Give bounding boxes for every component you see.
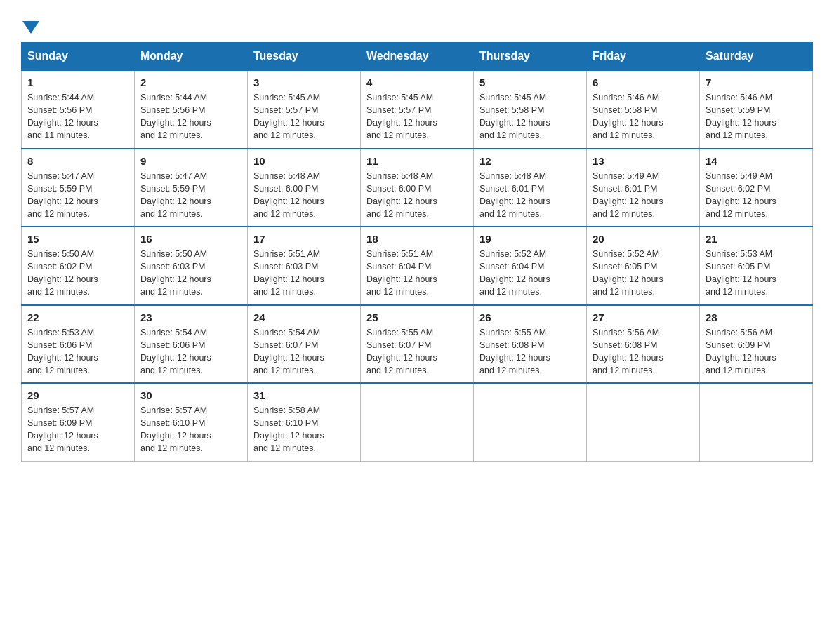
day-number: 25: [366, 311, 468, 323]
day-number: 20: [593, 233, 694, 245]
calendar-cell: 3Sunrise: 5:45 AMSunset: 5:57 PMDaylight…: [248, 70, 361, 149]
day-number: 15: [27, 233, 128, 245]
day-number: 14: [706, 155, 807, 167]
calendar-cell: 8Sunrise: 5:47 AMSunset: 5:59 PMDaylight…: [22, 149, 135, 227]
day-header-row: SundayMondayTuesdayWednesdayThursdayFrid…: [22, 43, 813, 71]
day-info: Sunrise: 5:48 AMSunset: 6:01 PMDaylight:…: [479, 170, 581, 221]
day-info: Sunrise: 5:58 AMSunset: 6:10 PMDaylight:…: [253, 404, 355, 455]
calendar-cell: [587, 383, 700, 461]
day-number: 3: [253, 76, 355, 88]
calendar-cell: [361, 383, 474, 461]
day-number: 30: [140, 389, 241, 401]
day-number: 28: [706, 311, 807, 323]
day-info: Sunrise: 5:56 AMSunset: 6:08 PMDaylight:…: [593, 326, 694, 377]
day-number: 21: [706, 233, 807, 245]
calendar-cell: 26Sunrise: 5:55 AMSunset: 6:08 PMDayligh…: [474, 305, 587, 384]
header-tuesday: Tuesday: [248, 43, 361, 71]
page-header: [21, 14, 813, 28]
day-number: 16: [140, 233, 241, 245]
calendar-cell: 24Sunrise: 5:54 AMSunset: 6:07 PMDayligh…: [248, 305, 361, 384]
calendar-cell: 20Sunrise: 5:52 AMSunset: 6:05 PMDayligh…: [587, 227, 700, 305]
day-info: Sunrise: 5:54 AMSunset: 6:06 PMDaylight:…: [140, 326, 241, 377]
day-number: 17: [253, 233, 355, 245]
header-sunday: Sunday: [22, 43, 135, 71]
day-number: 29: [27, 389, 128, 401]
calendar-cell: 6Sunrise: 5:46 AMSunset: 5:58 PMDaylight…: [587, 70, 700, 149]
header-monday: Monday: [135, 43, 248, 71]
calendar-cell: 30Sunrise: 5:57 AMSunset: 6:10 PMDayligh…: [135, 383, 248, 461]
day-number: 24: [253, 311, 355, 323]
day-info: Sunrise: 5:51 AMSunset: 6:04 PMDaylight:…: [366, 248, 468, 299]
logo-arrow-icon: [22, 21, 39, 34]
week-row-3: 15Sunrise: 5:50 AMSunset: 6:02 PMDayligh…: [22, 227, 813, 305]
day-number: 19: [479, 233, 581, 245]
day-number: 10: [253, 155, 355, 167]
day-info: Sunrise: 5:53 AMSunset: 6:06 PMDaylight:…: [27, 326, 128, 377]
week-row-4: 22Sunrise: 5:53 AMSunset: 6:06 PMDayligh…: [22, 305, 813, 384]
logo-general: [21, 21, 39, 31]
day-info: Sunrise: 5:51 AMSunset: 6:03 PMDaylight:…: [253, 248, 355, 299]
day-number: 12: [479, 155, 581, 167]
day-info: Sunrise: 5:53 AMSunset: 6:05 PMDaylight:…: [706, 248, 807, 299]
calendar-cell: 2Sunrise: 5:44 AMSunset: 5:56 PMDaylight…: [135, 70, 248, 149]
day-info: Sunrise: 5:49 AMSunset: 6:01 PMDaylight:…: [593, 170, 694, 221]
calendar-cell: 5Sunrise: 5:45 AMSunset: 5:58 PMDaylight…: [474, 70, 587, 149]
day-number: 6: [593, 76, 694, 88]
day-info: Sunrise: 5:54 AMSunset: 6:07 PMDaylight:…: [253, 326, 355, 377]
logo: [21, 21, 39, 28]
calendar-cell: 12Sunrise: 5:48 AMSunset: 6:01 PMDayligh…: [474, 149, 587, 227]
calendar-table: SundayMondayTuesdayWednesdayThursdayFrid…: [21, 42, 813, 462]
calendar-cell: 17Sunrise: 5:51 AMSunset: 6:03 PMDayligh…: [248, 227, 361, 305]
calendar-cell: 27Sunrise: 5:56 AMSunset: 6:08 PMDayligh…: [587, 305, 700, 384]
day-info: Sunrise: 5:49 AMSunset: 6:02 PMDaylight:…: [706, 170, 807, 221]
calendar-cell: [474, 383, 587, 461]
calendar-cell: 7Sunrise: 5:46 AMSunset: 5:59 PMDaylight…: [700, 70, 813, 149]
day-number: 9: [140, 155, 241, 167]
day-info: Sunrise: 5:50 AMSunset: 6:02 PMDaylight:…: [27, 248, 128, 299]
calendar-cell: 10Sunrise: 5:48 AMSunset: 6:00 PMDayligh…: [248, 149, 361, 227]
calendar-cell: 13Sunrise: 5:49 AMSunset: 6:01 PMDayligh…: [587, 149, 700, 227]
calendar-cell: 14Sunrise: 5:49 AMSunset: 6:02 PMDayligh…: [700, 149, 813, 227]
day-info: Sunrise: 5:55 AMSunset: 6:07 PMDaylight:…: [366, 326, 468, 377]
day-info: Sunrise: 5:46 AMSunset: 5:59 PMDaylight:…: [706, 91, 807, 142]
day-number: 7: [706, 76, 807, 88]
day-info: Sunrise: 5:57 AMSunset: 6:10 PMDaylight:…: [140, 404, 241, 455]
header-thursday: Thursday: [474, 43, 587, 71]
day-number: 18: [366, 233, 468, 245]
day-number: 22: [27, 311, 128, 323]
day-info: Sunrise: 5:56 AMSunset: 6:09 PMDaylight:…: [706, 326, 807, 377]
calendar-cell: 25Sunrise: 5:55 AMSunset: 6:07 PMDayligh…: [361, 305, 474, 384]
day-info: Sunrise: 5:47 AMSunset: 5:59 PMDaylight:…: [27, 170, 128, 221]
day-number: 8: [27, 155, 128, 167]
calendar-cell: 22Sunrise: 5:53 AMSunset: 6:06 PMDayligh…: [22, 305, 135, 384]
week-row-2: 8Sunrise: 5:47 AMSunset: 5:59 PMDaylight…: [22, 149, 813, 227]
day-number: 31: [253, 389, 355, 401]
day-info: Sunrise: 5:47 AMSunset: 5:59 PMDaylight:…: [140, 170, 241, 221]
week-row-1: 1Sunrise: 5:44 AMSunset: 5:56 PMDaylight…: [22, 70, 813, 149]
day-number: 26: [479, 311, 581, 323]
day-info: Sunrise: 5:50 AMSunset: 6:03 PMDaylight:…: [140, 248, 241, 299]
day-number: 23: [140, 311, 241, 323]
day-number: 13: [593, 155, 694, 167]
calendar-cell: 4Sunrise: 5:45 AMSunset: 5:57 PMDaylight…: [361, 70, 474, 149]
day-number: 5: [479, 76, 581, 88]
day-number: 2: [140, 76, 241, 88]
calendar-cell: 18Sunrise: 5:51 AMSunset: 6:04 PMDayligh…: [361, 227, 474, 305]
day-info: Sunrise: 5:45 AMSunset: 5:57 PMDaylight:…: [253, 91, 355, 142]
day-info: Sunrise: 5:52 AMSunset: 6:05 PMDaylight:…: [593, 248, 694, 299]
day-number: 4: [366, 76, 468, 88]
week-row-5: 29Sunrise: 5:57 AMSunset: 6:09 PMDayligh…: [22, 383, 813, 461]
calendar-cell: 29Sunrise: 5:57 AMSunset: 6:09 PMDayligh…: [22, 383, 135, 461]
calendar-cell: 31Sunrise: 5:58 AMSunset: 6:10 PMDayligh…: [248, 383, 361, 461]
calendar-cell: 15Sunrise: 5:50 AMSunset: 6:02 PMDayligh…: [22, 227, 135, 305]
header-wednesday: Wednesday: [361, 43, 474, 71]
calendar-cell: 28Sunrise: 5:56 AMSunset: 6:09 PMDayligh…: [700, 305, 813, 384]
day-info: Sunrise: 5:48 AMSunset: 6:00 PMDaylight:…: [366, 170, 468, 221]
calendar-cell: 1Sunrise: 5:44 AMSunset: 5:56 PMDaylight…: [22, 70, 135, 149]
calendar-cell: 23Sunrise: 5:54 AMSunset: 6:06 PMDayligh…: [135, 305, 248, 384]
day-number: 11: [366, 155, 468, 167]
day-info: Sunrise: 5:52 AMSunset: 6:04 PMDaylight:…: [479, 248, 581, 299]
day-info: Sunrise: 5:55 AMSunset: 6:08 PMDaylight:…: [479, 326, 581, 377]
day-number: 27: [593, 311, 694, 323]
day-number: 1: [27, 76, 128, 88]
